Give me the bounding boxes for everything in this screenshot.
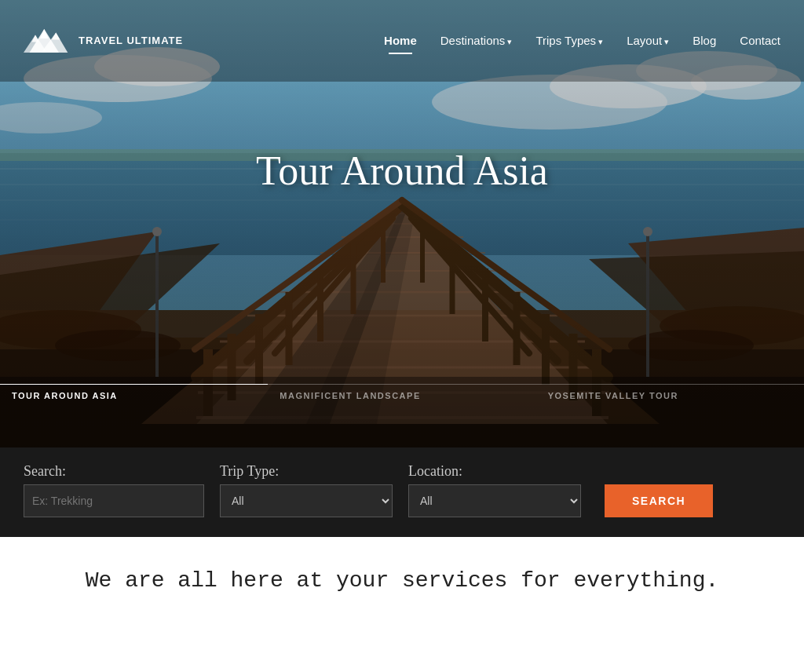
nav-item-blog[interactable]: Blog xyxy=(693,34,716,48)
logo-icon xyxy=(24,18,71,64)
nav-link-trips-types[interactable]: Trips Types xyxy=(535,34,603,47)
location-select[interactable]: All Asia Europe Americas Africa xyxy=(408,484,581,517)
trip-type-select[interactable]: All Adventure Cultural Beach Mountain xyxy=(220,484,393,517)
nav-link-layout[interactable]: Layout xyxy=(627,34,669,47)
search-group: Search: xyxy=(24,463,204,517)
slide-indicator-1[interactable]: TOUR AROUND ASIA xyxy=(0,384,268,400)
nav-item-destinations[interactable]: Destinations xyxy=(440,34,513,48)
tagline-section: We are all here at your services for eve… xyxy=(0,537,804,616)
logo-text: TRAVEL ULTIMATE xyxy=(79,35,183,48)
location-group: Location: All Asia Europe Americas Afric… xyxy=(408,463,581,517)
search-button[interactable]: SEARCH xyxy=(605,484,713,517)
nav-link-home[interactable]: Home xyxy=(384,34,417,47)
logo-link[interactable]: TRAVEL ULTIMATE xyxy=(24,18,183,64)
nav-link-blog[interactable]: Blog xyxy=(693,34,716,47)
location-label: Location: xyxy=(408,463,581,480)
trip-type-group: Trip Type: All Adventure Cultural Beach … xyxy=(220,463,393,517)
svg-marker-4 xyxy=(32,35,39,42)
nav-link-destinations[interactable]: Destinations xyxy=(440,34,513,47)
trip-type-label: Trip Type: xyxy=(220,463,393,480)
navbar: TRAVEL ULTIMATE Home Destinations Trips … xyxy=(0,0,804,82)
nav-item-trips-types[interactable]: Trips Types xyxy=(535,34,603,48)
nav-links: Home Destinations Trips Types Layout Blo… xyxy=(384,34,780,48)
search-bar: Search: Trip Type: All Adventure Cultura… xyxy=(0,447,804,537)
tagline-text: We are all here at your services for eve… xyxy=(24,568,780,593)
nav-item-contact[interactable]: Contact xyxy=(740,34,780,48)
slide-indicator-3[interactable]: YOSEMITE VALLEY TOUR xyxy=(536,384,804,400)
search-input[interactable] xyxy=(24,484,204,517)
nav-item-home[interactable]: Home xyxy=(384,34,417,48)
nav-item-layout[interactable]: Layout xyxy=(627,34,669,48)
search-label: Search: xyxy=(24,463,204,480)
svg-marker-5 xyxy=(52,32,60,39)
nav-link-contact[interactable]: Contact xyxy=(740,34,780,47)
hero-title: Tour Around Asia xyxy=(256,147,548,193)
slide-indicators: TOUR AROUND ASIA MAGNIFICENT LANDSCAPE Y… xyxy=(0,384,804,400)
slide-indicator-2[interactable]: MAGNIFICENT LANDSCAPE xyxy=(268,384,535,400)
